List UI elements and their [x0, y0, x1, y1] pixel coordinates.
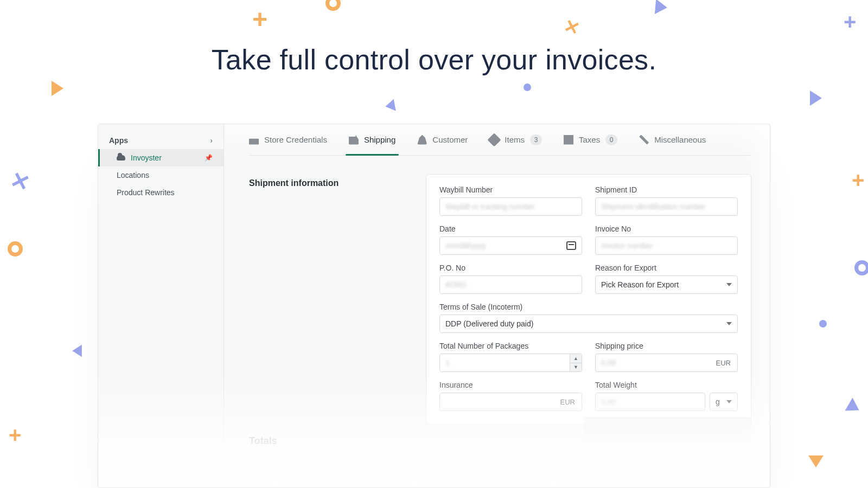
tag-icon	[488, 133, 501, 146]
total-weight-input[interactable]: 0.00	[595, 393, 705, 411]
select-value: DDP (Delivered duty paid)	[445, 319, 533, 328]
store-icon	[249, 135, 259, 145]
tab-store-credentials[interactable]: Store Credentials	[249, 124, 327, 155]
triangle-icon	[655, 0, 668, 15]
chevron-right-icon: ›	[210, 136, 213, 145]
stepper-up-icon[interactable]: ▲	[570, 354, 582, 363]
select-value: Pick Reason for Export	[601, 280, 679, 289]
packages-stepper[interactable]: 1 ▲ ▼	[439, 354, 582, 372]
plus-icon: +	[9, 423, 21, 447]
sidebar-item-product-rewrites[interactable]: Product Rewrites	[98, 184, 224, 201]
ring-icon	[326, 0, 341, 11]
shipping-price-label: Shipping price	[595, 342, 738, 350]
tab-shipping[interactable]: Shipping	[349, 124, 395, 155]
ring-icon	[8, 241, 23, 256]
x-icon: ✕	[7, 166, 33, 197]
calendar-icon[interactable]	[566, 241, 576, 250]
triangle-icon	[845, 397, 863, 416]
dot-icon	[819, 320, 827, 328]
totals-summary-card	[583, 417, 751, 482]
shipping-price-input[interactable]: 0.00 EUR	[595, 354, 738, 372]
sidebar-item-label: Product Rewrites	[117, 188, 175, 197]
triangle-icon	[384, 99, 395, 112]
percent-icon	[564, 135, 573, 145]
input-value: mm/dd/yyyy	[445, 241, 486, 250]
app-icon	[117, 155, 125, 160]
date-label: Date	[439, 224, 582, 233]
insurance-input[interactable]: EUR	[439, 393, 582, 411]
chevron-down-icon	[726, 322, 732, 325]
stepper-down-icon[interactable]: ▼	[570, 363, 582, 372]
triangle-icon	[52, 81, 63, 96]
sidebar-item-label: Locations	[117, 171, 149, 179]
placeholder-text: #ORD	[445, 280, 467, 289]
tab-label: Miscellaneous	[654, 135, 706, 144]
waybill-input[interactable]: Waybill or tracking number	[439, 197, 582, 216]
totals-title: Totals	[249, 435, 277, 447]
triangle-icon	[810, 91, 822, 106]
sidebar-heading-label: Apps	[109, 136, 128, 145]
select-value: g	[716, 397, 720, 406]
insurance-label: Insurance	[439, 381, 582, 389]
weight-unit-select[interactable]: g	[710, 393, 738, 411]
tab-customer[interactable]: Customer	[417, 124, 468, 155]
sidebar-item-label: Invoyster	[131, 153, 162, 162]
tab-bar: Store Credentials Shipping Customer Item…	[249, 124, 751, 156]
tab-label: Store Credentials	[264, 135, 327, 144]
truck-icon	[349, 135, 359, 145]
input-value: 1	[445, 358, 450, 367]
user-icon	[417, 135, 427, 145]
shipment-id-input[interactable]: Shipment identification number	[595, 197, 738, 216]
tab-taxes[interactable]: Taxes 0	[564, 124, 617, 155]
tools-icon	[639, 135, 649, 145]
shipment-form-card: Waybill Number Waybill or tracking numbe…	[426, 174, 751, 425]
po-no-label: P.O. No	[439, 264, 582, 272]
page-headline: Take full control over your invoices.	[0, 43, 868, 76]
plus-icon: +	[852, 168, 864, 192]
incoterm-label: Terms of Sale (Incoterm)	[439, 303, 738, 311]
placeholder-text: Invoice number	[601, 241, 653, 250]
invoice-no-label: Invoice No	[595, 224, 738, 233]
tab-label: Taxes	[579, 135, 600, 144]
plus-icon: +	[252, 4, 267, 34]
sidebar: Apps › Invoyster 📌 Locations Product Rew…	[98, 124, 224, 487]
sidebar-heading[interactable]: Apps ›	[98, 132, 224, 149]
chevron-down-icon	[726, 400, 732, 403]
dot-icon	[524, 84, 531, 91]
currency-suffix: EUR	[556, 398, 579, 406]
sidebar-item-locations[interactable]: Locations	[98, 166, 224, 184]
total-weight-label: Total Weight	[595, 381, 738, 389]
tab-miscellaneous[interactable]: Miscellaneous	[639, 124, 706, 155]
app-window: Apps › Invoyster 📌 Locations Product Rew…	[98, 124, 770, 488]
plus-icon: +	[844, 10, 856, 34]
ring-icon	[854, 260, 868, 275]
input-value: 0.00	[601, 358, 616, 367]
incoterm-select[interactable]: DDP (Delivered duty paid)	[439, 314, 738, 333]
main-panel: Store Credentials Shipping Customer Item…	[224, 124, 770, 487]
triangle-icon	[808, 455, 824, 467]
invoice-no-input[interactable]: Invoice number	[595, 236, 738, 255]
reason-select[interactable]: Pick Reason for Export	[595, 275, 738, 294]
date-input[interactable]: mm/dd/yyyy	[439, 236, 582, 255]
tab-badge: 3	[530, 134, 542, 145]
placeholder-text: Shipment identification number	[601, 202, 705, 211]
tab-label: Shipping	[364, 135, 395, 144]
tab-label: Items	[505, 135, 525, 144]
input-value: 0.00	[601, 397, 616, 406]
po-no-input[interactable]: #ORD	[439, 275, 582, 294]
placeholder-text: Waybill or tracking number	[445, 202, 535, 211]
shipment-id-label: Shipment ID	[595, 185, 738, 194]
tab-items[interactable]: Items 3	[489, 124, 542, 155]
x-icon: ✕	[561, 15, 583, 40]
reason-label: Reason for Export	[595, 264, 738, 272]
waybill-label: Waybill Number	[439, 185, 582, 194]
triangle-icon	[72, 345, 82, 357]
chevron-down-icon	[726, 283, 732, 286]
currency-suffix: EUR	[712, 359, 735, 367]
pin-icon[interactable]: 📌	[205, 154, 213, 162]
tab-badge: 0	[605, 134, 617, 145]
packages-label: Total Number of Packages	[439, 342, 582, 350]
tab-label: Customer	[432, 135, 468, 144]
sidebar-item-invoyster[interactable]: Invoyster 📌	[98, 149, 224, 166]
